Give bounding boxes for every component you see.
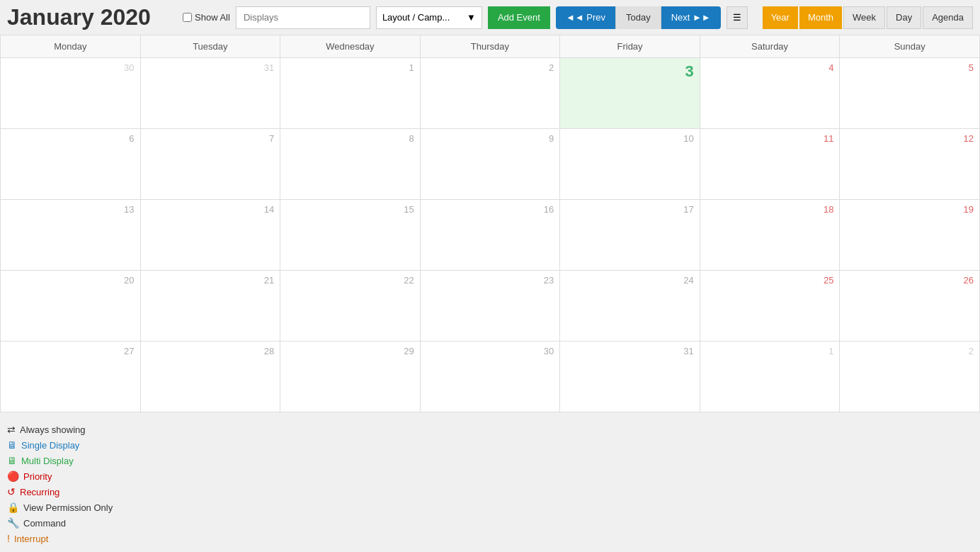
day-number: 9 xyxy=(425,132,556,144)
calendar-cell[interactable]: 11 xyxy=(700,129,840,200)
calendar-grid: MondayTuesdayWednesdayThursdayFridaySatu… xyxy=(0,35,980,412)
show-all-label[interactable]: Show All xyxy=(183,12,230,23)
next-button[interactable]: Next ►► xyxy=(661,6,721,29)
day-number: 23 xyxy=(425,274,556,286)
day-number: 15 xyxy=(285,203,416,215)
day-of-week-header: Monday xyxy=(1,35,141,58)
calendar-cell[interactable]: 2 xyxy=(840,342,980,412)
calendar-cell[interactable]: 14 xyxy=(140,200,280,271)
calendar-cell[interactable]: 26 xyxy=(840,271,980,342)
day-number: 17 xyxy=(564,203,695,215)
day-number: 2 xyxy=(844,344,975,356)
legend-view-permission: 🔒 View Permission Only xyxy=(7,502,973,513)
calendar-cell[interactable]: 19 xyxy=(840,200,980,271)
calendar-cell[interactable]: 2 xyxy=(420,58,560,129)
legend-recurring: ↺ Recurring xyxy=(7,486,973,497)
day-number: 25 xyxy=(705,274,836,286)
prev-button[interactable]: ◄◄ Prev xyxy=(556,6,615,29)
calendar-cell[interactable]: 31 xyxy=(140,58,280,129)
day-number: 16 xyxy=(425,203,556,215)
day-number: 13 xyxy=(5,203,136,215)
calendar-cell[interactable]: 17 xyxy=(560,200,700,271)
calendar-cell[interactable]: 25 xyxy=(700,271,840,342)
calendar-cell[interactable]: 5 xyxy=(840,58,980,129)
calendar-cell[interactable]: 6 xyxy=(1,129,141,200)
calendar-header: January 2020 Show All Layout / Camp... ▼… xyxy=(0,0,980,35)
day-number: 30 xyxy=(425,344,556,356)
legend-multi-display: 🖥 Multi Display xyxy=(7,455,973,466)
calendar-cell[interactable]: 3 xyxy=(560,58,700,129)
day-number: 22 xyxy=(285,274,416,286)
view-buttons: Year Month Week Day Agenda xyxy=(763,6,973,29)
calendar-cell[interactable]: 22 xyxy=(280,271,421,342)
calendar-cell[interactable]: 8 xyxy=(280,129,421,200)
calendar-cell[interactable]: 28 xyxy=(140,342,280,412)
today-button[interactable]: Today xyxy=(615,6,661,29)
calendar-cell[interactable]: 10 xyxy=(560,129,700,200)
nav-group: ◄◄ Prev Today Next ►► xyxy=(556,6,721,29)
always-showing-icon: ⇄ xyxy=(7,424,16,435)
day-number: 4 xyxy=(705,61,836,73)
calendar-cell[interactable]: 18 xyxy=(700,200,840,271)
day-view-button[interactable]: Day xyxy=(887,6,921,29)
day-number: 30 xyxy=(5,61,136,73)
day-of-week-header: Thursday xyxy=(420,35,560,58)
displays-input[interactable] xyxy=(236,6,370,29)
calendar-cell[interactable]: 7 xyxy=(140,129,280,200)
legend-command: 🔧 Command xyxy=(7,517,973,529)
add-event-button[interactable]: Add Event xyxy=(488,6,550,29)
view-permission-icon: 🔒 xyxy=(7,502,19,513)
day-number: 6 xyxy=(5,132,136,144)
multi-display-icon: 🖥 xyxy=(7,455,17,466)
calendar-cell[interactable]: 24 xyxy=(560,271,700,342)
calendar-cell[interactable]: 31 xyxy=(560,342,700,412)
day-number: 20 xyxy=(5,274,136,286)
calendar-cell[interactable]: 21 xyxy=(140,271,280,342)
priority-icon: 🔴 xyxy=(7,471,19,482)
day-of-week-header: Friday xyxy=(560,35,700,58)
day-number: 21 xyxy=(145,274,276,286)
calendar-cell[interactable]: 1 xyxy=(280,58,421,129)
calendar-cell[interactable]: 15 xyxy=(280,200,421,271)
calendar-cell[interactable]: 30 xyxy=(1,58,141,129)
day-number: 28 xyxy=(145,344,276,356)
day-of-week-header: Tuesday xyxy=(140,35,280,58)
calendar-cell[interactable]: 12 xyxy=(840,129,980,200)
day-number: 1 xyxy=(285,61,416,73)
calendar-cell[interactable]: 23 xyxy=(420,271,560,342)
agenda-view-button[interactable]: Agenda xyxy=(923,6,973,29)
single-display-icon: 🖥 xyxy=(7,439,17,451)
view-toggle-button[interactable]: ☰ xyxy=(727,6,748,29)
day-number: 7 xyxy=(145,132,276,144)
month-view-button[interactable]: Month xyxy=(799,6,842,29)
calendar-cell[interactable]: 30 xyxy=(420,342,560,412)
show-all-checkbox[interactable] xyxy=(183,13,192,22)
day-of-week-header: Wednesday xyxy=(280,35,421,58)
recurring-icon: ↺ xyxy=(7,486,16,497)
calendar-cell[interactable]: 4 xyxy=(700,58,840,129)
day-of-week-header: Saturday xyxy=(700,35,840,58)
legend-priority: 🔴 Priority xyxy=(7,471,973,482)
dropdown-arrow-icon: ▼ xyxy=(467,12,476,23)
calendar-cell[interactable]: 27 xyxy=(1,342,141,412)
layout-camp-select[interactable]: Layout / Camp... ▼ xyxy=(376,6,482,29)
day-number: 19 xyxy=(844,203,975,215)
calendar-cell[interactable]: 1 xyxy=(700,342,840,412)
year-view-button[interactable]: Year xyxy=(763,6,798,29)
day-number: 29 xyxy=(285,344,416,356)
day-number: 2 xyxy=(425,61,556,73)
calendar-cell[interactable]: 13 xyxy=(1,200,141,271)
calendar-cell[interactable]: 20 xyxy=(1,271,141,342)
week-view-button[interactable]: Week xyxy=(843,6,885,29)
calendar-cell[interactable]: 9 xyxy=(420,129,560,200)
month-title: January 2020 xyxy=(7,4,177,30)
legend-always-showing: ⇄ Always showing xyxy=(7,424,973,435)
calendar-cell[interactable]: 16 xyxy=(420,200,560,271)
interrupt-icon: ! xyxy=(7,533,10,544)
day-number: 11 xyxy=(705,132,836,144)
command-icon: 🔧 xyxy=(7,517,19,529)
legend: ⇄ Always showing 🖥 Single Display 🖥 Mult… xyxy=(0,412,980,552)
calendar-cell[interactable]: 29 xyxy=(280,342,421,412)
day-number: 1 xyxy=(705,344,836,356)
day-number: 18 xyxy=(705,203,836,215)
